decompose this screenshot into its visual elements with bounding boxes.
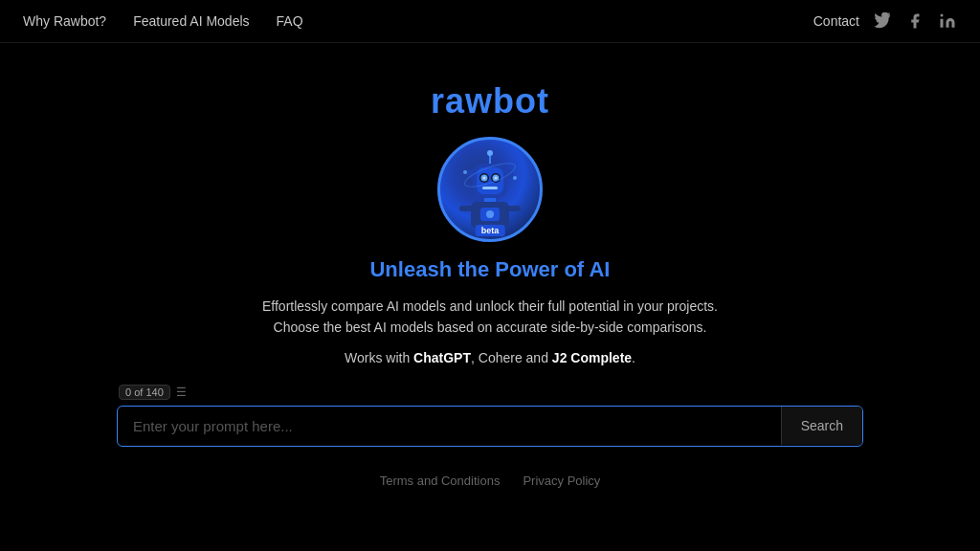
linkedin-icon[interactable]	[938, 11, 957, 31]
svg-rect-13	[482, 187, 498, 189]
beta-badge: beta	[476, 225, 505, 236]
robot-illustration	[452, 146, 528, 232]
main-content: rawbot	[0, 43, 980, 488]
svg-point-17	[487, 150, 493, 156]
site-title: rawbot	[431, 81, 549, 121]
svg-point-19	[463, 170, 467, 174]
filter-icon[interactable]: ☰	[176, 386, 187, 399]
twitter-icon[interactable]	[873, 11, 892, 31]
search-container: 0 of 140 ☰ Search	[117, 385, 863, 447]
facebook-icon[interactable]	[905, 11, 924, 31]
avatar-container: beta	[437, 137, 543, 242]
works-with: Works with ChatGPT, Cohere and J2 Comple…	[345, 350, 635, 365]
char-count-badge: 0 of 140	[119, 385, 170, 400]
privacy-link[interactable]: Privacy Policy	[523, 474, 600, 488]
svg-point-4	[486, 210, 494, 218]
navbar: Why Rawbot? Featured AI Models FAQ Conta…	[0, 0, 980, 43]
nav-left: Why Rawbot? Featured AI Models FAQ	[23, 13, 303, 29]
nav-contact[interactable]: Contact	[813, 13, 859, 29]
nav-why-rawbot[interactable]: Why Rawbot?	[23, 13, 106, 29]
nav-featured-models[interactable]: Featured AI Models	[133, 13, 249, 29]
footer-links: Terms and Conditions Privacy Policy	[380, 474, 601, 488]
nav-right: Contact	[813, 11, 957, 31]
svg-point-12	[495, 177, 498, 180]
svg-rect-21	[459, 206, 473, 211]
nav-faq[interactable]: FAQ	[277, 13, 303, 29]
description: Effortlessly compare AI models and unloc…	[262, 296, 718, 339]
tagline: Unleash the Power of AI	[369, 257, 610, 282]
svg-point-0	[941, 14, 944, 17]
search-button[interactable]: Search	[781, 407, 862, 445]
svg-point-20	[513, 176, 517, 180]
svg-point-9	[483, 177, 486, 180]
char-count-area: 0 of 140 ☰	[117, 385, 863, 400]
search-bar: Search	[117, 406, 863, 447]
search-input[interactable]	[118, 407, 781, 446]
terms-link[interactable]: Terms and Conditions	[380, 474, 501, 488]
svg-rect-22	[507, 206, 521, 211]
